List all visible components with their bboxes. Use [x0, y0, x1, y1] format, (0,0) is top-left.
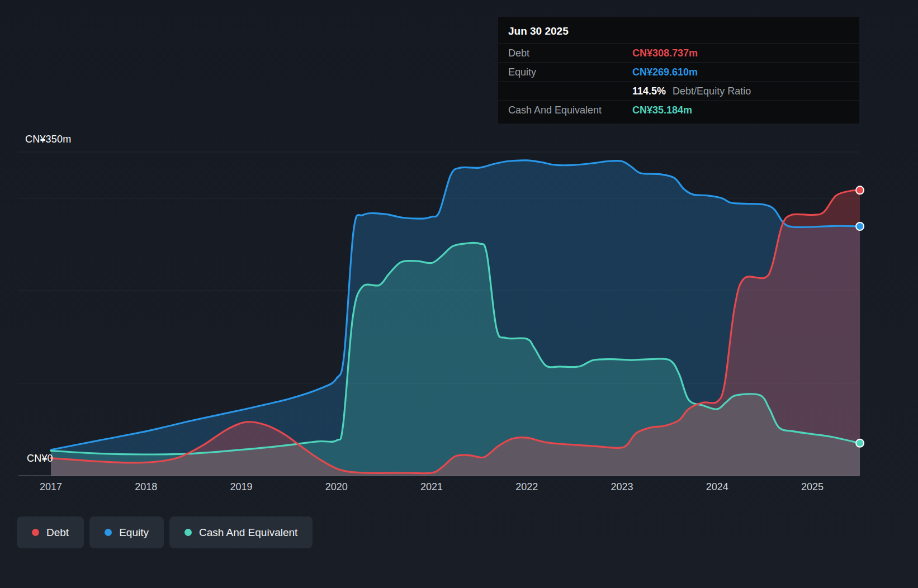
x-axis-label: 2018 [124, 481, 168, 493]
x-axis: 201720182019202020212022202320242025 [0, 481, 918, 496]
x-axis-label: 2025 [790, 481, 835, 493]
x-axis-label: 2023 [600, 481, 645, 493]
tooltip-row-ratio: 114.5% Debt/Equity Ratio [498, 82, 859, 101]
tooltip-equity-label: Equity [508, 67, 632, 78]
legend-label-debt: Debt [46, 527, 69, 539]
legend-item-debt[interactable]: Debt [17, 516, 84, 548]
legend-item-cash[interactable]: Cash And Equivalent [169, 516, 313, 548]
y-axis-label-max: CN¥350m [25, 134, 71, 145]
legend-item-equity[interactable]: Equity [89, 516, 164, 548]
y-axis-label-zero: CN¥0 [27, 453, 53, 464]
tooltip-cash-value: CN¥35.184m [632, 105, 692, 116]
legend-label-cash: Cash And Equivalent [199, 527, 297, 539]
tooltip-debt-value: CN¥308.737m [632, 48, 698, 59]
x-axis-label: 2021 [409, 481, 454, 493]
tooltip-ratio-label: Debt/Equity Ratio [673, 86, 751, 97]
x-axis-label: 2019 [219, 481, 264, 493]
chart-tooltip: Jun 30 2025 Debt CN¥308.737m Equity CN¥2… [498, 17, 859, 124]
cash-series-dot [184, 529, 192, 536]
tooltip-debt-label: Debt [508, 48, 632, 59]
x-axis-label: 2024 [695, 481, 740, 493]
debt-series-dot [32, 529, 39, 536]
x-axis-label: 2022 [504, 481, 549, 493]
tooltip-cash-label: Cash And Equivalent [508, 105, 632, 116]
tooltip-ratio-value: 114.5% [632, 86, 666, 97]
tooltip-equity-value: CN¥269.610m [632, 67, 698, 78]
tooltip-row-equity: Equity CN¥269.610m [498, 63, 859, 82]
tooltip-date: Jun 30 2025 [498, 17, 859, 44]
tooltip-row-debt: Debt CN¥308.737m [498, 44, 859, 63]
equity-series-dot [105, 529, 112, 536]
legend-label-equity: Equity [119, 527, 149, 539]
x-axis-label: 2020 [314, 481, 359, 493]
tooltip-row-cash: Cash And Equivalent CN¥35.184m [498, 101, 859, 120]
chart-panel: CN¥350m CN¥0 201720182019202020212022202… [0, 0, 918, 588]
x-axis-label: 2017 [29, 481, 73, 493]
legend: Debt Equity Cash And Equivalent [17, 516, 313, 548]
